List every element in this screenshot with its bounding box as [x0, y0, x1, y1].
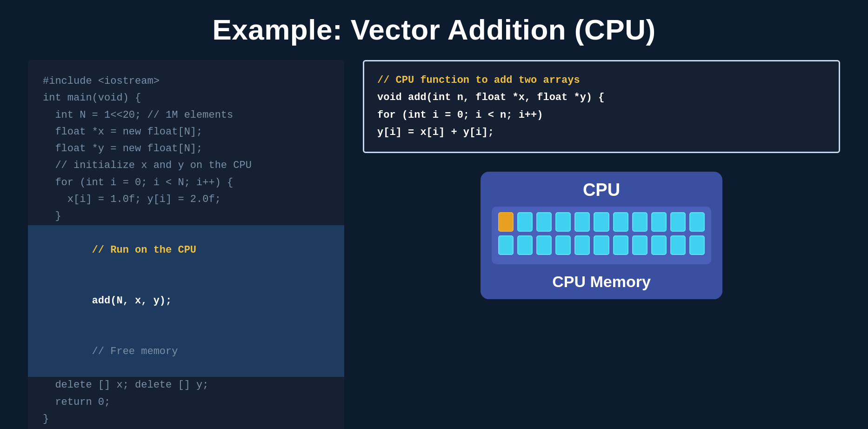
cpu-core [670, 235, 686, 255]
code-line-8: x[i] = 1.0f; y[i] = 2.0f; [43, 191, 329, 208]
cpu-core [517, 235, 533, 255]
fn-line3: for (int i = 0; i < n; i++) [377, 107, 826, 124]
cpu-core [613, 212, 628, 232]
code-line-highlight-call: add(N, x, y); [28, 276, 344, 327]
code-line-9: } [43, 208, 329, 225]
code-line-15: } [43, 411, 329, 428]
cpu-core [632, 212, 648, 232]
cpu-core [689, 212, 705, 232]
code-line-5: float *y = new float[N]; [43, 141, 329, 157]
code-line-highlight-free: // Free memory [28, 326, 344, 377]
cpu-core [594, 212, 609, 232]
cpu-core-highlighted [498, 212, 514, 232]
cpu-core [574, 235, 590, 255]
cpu-core [613, 235, 628, 255]
cpu-core [498, 235, 514, 255]
cpu-core [555, 235, 571, 255]
cpu-core [574, 212, 590, 232]
cpu-core [517, 212, 533, 232]
page-title: Example: Vector Addition (CPU) [0, 0, 868, 55]
cpu-cores-area [492, 207, 711, 264]
cpu-core [555, 212, 571, 232]
cpu-core [651, 212, 667, 232]
cpu-core [632, 235, 648, 255]
right-panel: // CPU function to add two arrays void a… [363, 60, 840, 429]
cpu-core [689, 235, 705, 255]
cpu-core [651, 235, 667, 255]
main-content: #include <iostream> int main(void) { int… [0, 55, 868, 429]
code-line-3: int N = 1<<20; // 1M elements [43, 107, 329, 124]
cpu-diagram-label: CPU [492, 180, 711, 200]
cpu-core [594, 235, 609, 255]
code-panel: #include <iostream> int main(void) { int… [28, 60, 344, 429]
code-line-2: int main(void) { [43, 90, 329, 107]
code-line-highlight-comment: // Run on the CPU [28, 225, 344, 276]
cpu-cores-row-1 [498, 212, 705, 232]
fn-line2: void add(int n, float *x, float *y) { [377, 89, 826, 106]
code-line-6: // initialize x and y on the CPU [43, 157, 329, 174]
function-box: // CPU function to add two arrays void a… [363, 60, 840, 153]
fn-comment: // CPU function to add two arrays [377, 72, 826, 89]
cpu-cores-row-2 [498, 235, 705, 255]
diagram-wrapper: CPU [363, 172, 840, 299]
code-line-4: float *x = new float[N]; [43, 124, 329, 141]
cpu-core [670, 212, 686, 232]
cpu-core [536, 235, 552, 255]
code-line-7: for (int i = 0; i < N; i++) { [43, 174, 329, 191]
code-line-1: #include <iostream> [43, 73, 329, 90]
cpu-core [536, 212, 552, 232]
fn-line4: y[i] = x[i] + y[i]; [377, 124, 826, 141]
cpu-memory-label: CPU Memory [481, 264, 722, 299]
cpu-diagram: CPU [481, 172, 722, 299]
code-line-13: delete [] x; delete [] y; [43, 377, 329, 394]
code-line-14: return 0; [43, 394, 329, 411]
